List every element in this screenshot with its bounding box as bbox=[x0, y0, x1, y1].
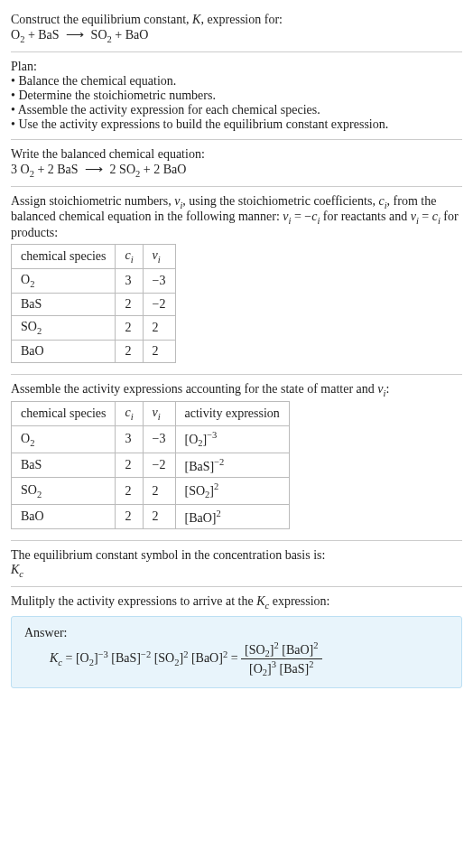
prompt-text-2: , expression for: bbox=[200, 13, 283, 26]
activity-intro: Assemble the activity expressions accoun… bbox=[11, 382, 462, 398]
kc-symbol: Kc bbox=[11, 563, 462, 579]
table-header-row: chemical species ci νi bbox=[12, 245, 176, 269]
table-row: BaS 2 −2 [BaS]−2 bbox=[12, 453, 290, 478]
col-species: chemical species bbox=[12, 245, 116, 269]
divider bbox=[11, 186, 462, 187]
divider bbox=[11, 586, 462, 587]
stoich-section: Assign stoichiometric numbers, νi, using… bbox=[11, 189, 462, 372]
reaction-arrow: ⟶ bbox=[81, 162, 107, 177]
table-row: BaO 2 2 [BaO]2 bbox=[12, 504, 290, 529]
plan-title: Plan: bbox=[11, 60, 462, 74]
plan-section: Plan: • Balance the chemical equation. •… bbox=[11, 54, 462, 137]
balanced-section: Write the balanced chemical equation: 3 … bbox=[11, 142, 462, 184]
col-nui: νi bbox=[143, 402, 175, 426]
reaction-equation: O2 + BaS ⟶ SO2 + BaO bbox=[11, 28, 148, 42]
prompt-header: Construct the equilibrium constant, K, e… bbox=[11, 7, 462, 50]
activity-table: chemical species ci νi activity expressi… bbox=[11, 401, 290, 529]
col-activity: activity expression bbox=[175, 402, 289, 426]
balanced-title: Write the balanced chemical equation: bbox=[11, 147, 462, 162]
reaction-arrow: ⟶ bbox=[62, 27, 88, 42]
answer-box: Answer: Kc = [O2]−3 [BaS]−2 [SO2]2 [BaO]… bbox=[11, 616, 462, 688]
multiply-section: Mulitply the activity expressions to arr… bbox=[11, 589, 462, 694]
col-ci: ci bbox=[116, 402, 143, 426]
activity-section: Assemble the activity expressions accoun… bbox=[11, 377, 462, 539]
answer-label: Answer: bbox=[24, 626, 449, 640]
table-row: SO2 2 2 bbox=[12, 315, 176, 340]
symbol-text: The equilibrium constant symbol in the c… bbox=[11, 548, 462, 563]
answer-fraction: [SO2]2 [BaO]2[O2]3 [BaS]2 bbox=[241, 640, 321, 678]
plan-bullet-2: • Determine the stoichiometric numbers. bbox=[11, 89, 462, 103]
col-species: chemical species bbox=[12, 402, 116, 426]
table-row: SO2 2 2 [SO2]2 bbox=[12, 478, 290, 504]
table-header-row: chemical species ci νi activity expressi… bbox=[12, 402, 290, 426]
plan-bullet-1: • Balance the chemical equation. bbox=[11, 74, 462, 89]
table-row: O2 3 −3 bbox=[12, 268, 176, 293]
divider bbox=[11, 374, 462, 375]
table-row: BaO 2 2 bbox=[12, 340, 176, 362]
multiply-text: Mulitply the activity expressions to arr… bbox=[11, 594, 462, 611]
k-symbol: K bbox=[192, 13, 200, 26]
symbol-section: The equilibrium constant symbol in the c… bbox=[11, 543, 462, 584]
divider bbox=[11, 51, 462, 52]
table-row: O2 3 −3 [O2]−3 bbox=[12, 426, 290, 453]
prompt-text-1: Construct the equilibrium constant, bbox=[11, 13, 192, 26]
answer-expression: Kc = [O2]−3 [BaS]−2 [SO2]2 [BaO]2 = [SO2… bbox=[24, 640, 449, 678]
divider bbox=[11, 139, 462, 140]
balanced-equation: 3 O2 + 2 BaS ⟶ 2 SO2 + 2 BaO bbox=[11, 162, 462, 179]
stoich-table: chemical species ci νi O2 3 −3 BaS 2 −2 … bbox=[11, 244, 176, 362]
species-so2: SO2 bbox=[88, 28, 112, 42]
plan-bullet-4: • Use the activity expressions to build … bbox=[11, 117, 462, 132]
col-ci: ci bbox=[116, 245, 143, 269]
table-row: BaS 2 −2 bbox=[12, 293, 176, 315]
plan-bullet-3: • Assemble the activity expression for e… bbox=[11, 103, 462, 117]
species-o2: O2 bbox=[11, 28, 24, 42]
divider bbox=[11, 540, 462, 541]
col-nui: νi bbox=[143, 245, 175, 269]
stoich-intro: Assign stoichiometric numbers, νi, using… bbox=[11, 194, 462, 241]
